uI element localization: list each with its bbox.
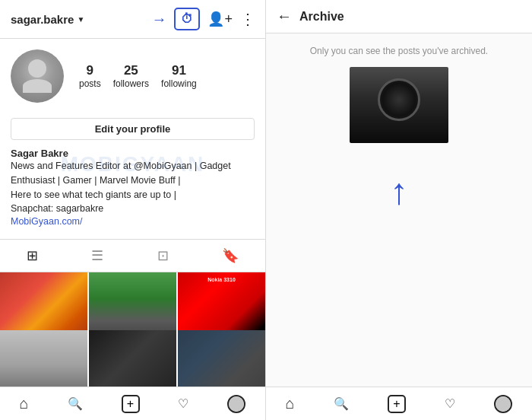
bio-section: Sagar Bakre News and Features Editor at … xyxy=(11,148,255,227)
bio-name: Sagar Bakre xyxy=(11,148,255,159)
nav-add-icon-right[interactable]: + xyxy=(388,395,406,413)
bio-text: News and Features Editor at @MobiGyaan |… xyxy=(11,159,255,216)
dropdown-icon: ▼ xyxy=(77,15,84,24)
nav-profile-icon-left[interactable] xyxy=(227,395,245,413)
bottom-nav-right: ⌂ 🔍 + ♡ xyxy=(266,387,532,420)
more-options-icon[interactable]: ⋮ xyxy=(240,10,255,28)
nokia-label: Nokia 3310 xyxy=(207,277,236,282)
grid-view-tab[interactable]: ⊞ xyxy=(27,247,38,264)
photo-cell-5[interactable] xyxy=(89,330,176,387)
view-tabs: ⊞ ☰ ⊡ 🔖 xyxy=(0,239,265,272)
nav-search-icon-left[interactable]: 🔍 xyxy=(68,396,83,411)
left-panel: sagar.bakre ▼ → ⏱ 👤+ ⋮ xyxy=(0,0,266,420)
posts-count: 9 xyxy=(79,63,101,78)
posts-stat[interactable]: 9 posts xyxy=(79,63,101,89)
profile-header: 9 posts 25 followers 91 following xyxy=(11,49,255,103)
bottom-nav-left: ⌂ 🔍 + ♡ xyxy=(0,387,265,420)
list-view-tab[interactable]: ☰ xyxy=(91,247,103,264)
posts-label: posts xyxy=(79,78,101,89)
stats-row: 9 posts 25 followers 91 following xyxy=(79,63,197,89)
add-person-icon[interactable]: 👤+ xyxy=(207,11,233,27)
username-text: sagar.bakre xyxy=(11,13,74,26)
following-label: following xyxy=(161,78,197,89)
clock-icon: ⏱ xyxy=(181,12,193,26)
followers-count: 25 xyxy=(113,63,149,78)
nav-heart-icon-right[interactable]: ♡ xyxy=(445,396,455,411)
profile-section: 9 posts 25 followers 91 following Edit y… xyxy=(0,39,265,234)
up-arrow-container: ↑ xyxy=(390,173,408,210)
archive-note: Only you can see the posts you've archiv… xyxy=(310,46,488,56)
followers-label: followers xyxy=(113,78,149,89)
top-bar-right: ← Archive xyxy=(266,0,532,33)
nav-heart-icon-left[interactable]: ♡ xyxy=(178,396,188,411)
bookmark-view-tab[interactable]: 🔖 xyxy=(222,247,239,264)
nav-home-icon-right[interactable]: ⌂ xyxy=(286,395,295,412)
photo-cell-4[interactable] xyxy=(0,330,87,387)
top-bar-left: sagar.bakre ▼ → ⏱ 👤+ ⋮ xyxy=(0,0,265,39)
back-button[interactable]: ← xyxy=(277,8,292,25)
tag-view-tab[interactable]: ⊡ xyxy=(157,247,169,264)
avatar xyxy=(11,49,64,103)
top-bar-icons: → ⏱ 👤+ ⋮ xyxy=(151,8,255,30)
photo-cell-6[interactable] xyxy=(178,330,265,387)
right-panel: ← Archive Only you can see the posts you… xyxy=(266,0,532,420)
nav-search-icon-right[interactable]: 🔍 xyxy=(334,396,349,411)
photo-grid: Nokia 3310 xyxy=(0,272,265,387)
archive-title: Archive xyxy=(299,10,521,24)
following-count: 91 xyxy=(161,63,197,78)
nav-home-icon-left[interactable]: ⌂ xyxy=(19,395,28,412)
archive-body: Only you can see the posts you've archiv… xyxy=(266,33,532,387)
followers-stat[interactable]: 25 followers xyxy=(113,63,149,89)
nav-add-icon-left[interactable]: + xyxy=(122,395,140,413)
nav-profile-icon-right[interactable] xyxy=(494,395,512,413)
username-area[interactable]: sagar.bakre ▼ xyxy=(11,13,84,26)
bio-link[interactable]: MobiGyaan.com/ xyxy=(11,216,255,227)
following-stat[interactable]: 91 following xyxy=(161,63,197,89)
archived-photo[interactable] xyxy=(350,67,448,143)
edit-profile-button[interactable]: Edit your profile xyxy=(11,118,255,140)
blue-arrow-left-icon: → xyxy=(151,11,166,28)
archive-icon-button[interactable]: ⏱ xyxy=(174,8,200,30)
up-arrow-icon: ↑ xyxy=(390,173,408,210)
